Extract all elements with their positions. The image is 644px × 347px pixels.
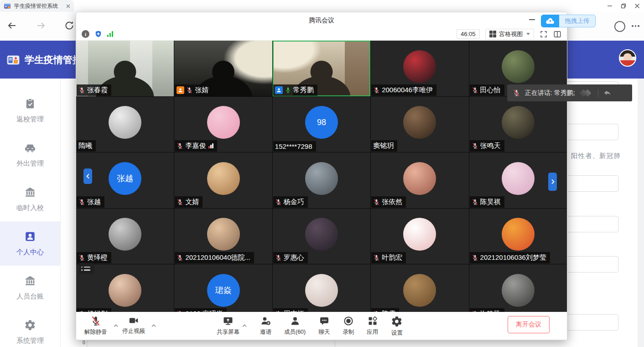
menu-dots-icon[interactable] bbox=[632, 25, 639, 27]
avatar-photo bbox=[502, 162, 535, 195]
participant-name: 叶韵宏 bbox=[382, 253, 402, 262]
app-logo-icon bbox=[6, 53, 20, 66]
toolbar-邀请[interactable]: 邀请 bbox=[260, 315, 271, 336]
favicon bbox=[4, 2, 11, 10]
participant-avatar bbox=[273, 264, 370, 312]
participant-tile[interactable]: 珺焱 0100 高珺焱 bbox=[174, 264, 272, 312]
info-icon[interactable]: i bbox=[82, 30, 89, 38]
mic-muted-icon bbox=[472, 199, 478, 205]
mic-muted-icon bbox=[177, 199, 183, 205]
split-view-icon[interactable] bbox=[553, 30, 561, 38]
next-page-button[interactable] bbox=[548, 173, 557, 191]
toolbar-停止视频[interactable]: 停止视频 bbox=[119, 315, 149, 335]
participant-tile[interactable]: 张春霞 bbox=[76, 41, 174, 96]
participant-tile[interactable]: 陈雯 bbox=[371, 264, 468, 312]
bank-icon bbox=[24, 275, 36, 287]
tab-close-icon[interactable] bbox=[66, 4, 70, 8]
participant-tile[interactable]: 周志江 bbox=[273, 264, 370, 312]
participant-tile[interactable]: 李嘉俊 bbox=[174, 97, 272, 152]
prev-page-button[interactable] bbox=[83, 168, 92, 184]
participant-tile[interactable]: 张鸣天 bbox=[469, 97, 567, 152]
toolbar-解除静音[interactable]: 解除静音 bbox=[81, 315, 111, 336]
sidebar-item-外出管理[interactable]: 外出管理 bbox=[0, 133, 60, 177]
drag-upload-button[interactable]: 拖拽上传 bbox=[541, 15, 596, 27]
avatar-photo bbox=[403, 50, 436, 83]
toolbar-设置[interactable]: 设置 bbox=[391, 315, 403, 337]
toolbar-共享屏幕[interactable]: 共享屏幕 bbox=[217, 315, 239, 336]
participant-tile[interactable]: 张婧 bbox=[174, 41, 272, 96]
view-mode-button[interactable]: 宫格视图 bbox=[485, 29, 535, 40]
participant-tile[interactable]: 202120106036刘梦莹 bbox=[469, 209, 567, 264]
participant-tile[interactable]: 隋曦 bbox=[76, 97, 174, 152]
participant-tile[interactable]: 202120106040德院... bbox=[174, 209, 272, 264]
participant-name: 杨金巧 bbox=[284, 198, 304, 206]
toolbar-label: 应用 bbox=[367, 328, 378, 336]
user-avatar[interactable] bbox=[619, 49, 636, 67]
participant-tile[interactable]: 98152****7298 bbox=[273, 97, 370, 152]
apps-icon bbox=[367, 315, 378, 326]
participant-name: 202120106036刘梦莹 bbox=[480, 253, 546, 262]
reply-arrow-icon[interactable] bbox=[603, 89, 611, 97]
participant-tile[interactable]: 常秀鹏 bbox=[273, 41, 370, 96]
participant-tile[interactable]: 文婧 bbox=[174, 152, 272, 208]
restore-icon[interactable] bbox=[617, 0, 630, 12]
participant-tile[interactable]: 杨金巧 bbox=[273, 152, 370, 208]
profile-icon[interactable] bbox=[614, 21, 625, 32]
shield-icon[interactable] bbox=[94, 30, 102, 38]
mic-muted-icon bbox=[472, 87, 478, 94]
sidebar-item-临时入校[interactable]: 临时入校 bbox=[0, 177, 60, 221]
refresh-icon[interactable] bbox=[64, 20, 75, 31]
participant-name-label: 窦铭玥 bbox=[371, 140, 397, 152]
toolbar-应用[interactable]: 应用 bbox=[367, 315, 378, 336]
avatar-initials: 张越 bbox=[109, 162, 141, 195]
participant-tile[interactable]: 窦铭玥 bbox=[371, 97, 468, 152]
meeting-window: 腾讯会议 i 46:05 宫格视图 张春霞 张婧 常秀鹏 20060046李唯伊… bbox=[76, 12, 567, 340]
participant-name-label: 张依然 bbox=[371, 196, 406, 208]
back-icon[interactable] bbox=[6, 20, 17, 31]
mic-muted-icon bbox=[90, 315, 101, 326]
toolbar-聊天[interactable]: 聊天 bbox=[318, 315, 330, 336]
participant-tile[interactable]: 许静雅 bbox=[469, 264, 567, 312]
toolbar-录制[interactable]: 录制 bbox=[343, 315, 354, 336]
sidebar-item-人员台账[interactable]: 人员台账 bbox=[0, 266, 60, 310]
participant-name-label: 常秀鹏 bbox=[273, 84, 317, 96]
participant-tile[interactable]: 20060046李唯伊 bbox=[371, 41, 468, 96]
forward-icon[interactable] bbox=[36, 20, 47, 31]
person-card-icon bbox=[24, 231, 36, 242]
participant-tile[interactable]: 黄绎橙 bbox=[76, 209, 174, 264]
browser-tab[interactable]: 学生疫情管控系统 bbox=[0, 0, 74, 12]
form-input-partial[interactable] bbox=[87, 340, 335, 347]
participant-tile[interactable]: 张依然 bbox=[371, 152, 468, 208]
close-icon[interactable] bbox=[630, 0, 644, 12]
avatar-photo bbox=[502, 274, 535, 307]
fullscreen-icon[interactable] bbox=[540, 30, 548, 38]
avatar-photo bbox=[502, 218, 535, 251]
participant-tile[interactable]: 叶韵宏 bbox=[371, 209, 468, 264]
minimize-icon[interactable] bbox=[603, 0, 617, 12]
participant-name-label: 152****7298 bbox=[273, 141, 316, 152]
avatar-photo bbox=[109, 218, 141, 251]
participant-tile[interactable]: 罗惠心 bbox=[273, 209, 370, 264]
chevron-up-icon[interactable] bbox=[242, 324, 247, 328]
leave-meeting-button[interactable]: 离开会议 bbox=[508, 316, 550, 333]
signal-icon[interactable] bbox=[107, 31, 113, 37]
participant-name: 202120106040德院... bbox=[185, 253, 250, 262]
sidebar-item-系统管理[interactable]: 系统管理 bbox=[0, 310, 60, 347]
speaking-toast-text: 正在讲话: 常秀鹏; bbox=[525, 89, 575, 97]
page-title: 学生疫情管控系统 bbox=[25, 53, 78, 66]
tab-title: 学生疫情管控系统 bbox=[14, 2, 63, 10]
participant-name-label: 张春霞 bbox=[77, 84, 111, 96]
avatar-photo bbox=[109, 274, 141, 307]
mic-muted-icon bbox=[78, 199, 85, 205]
sidebar-item-返校管理[interactable]: 返校管理 bbox=[0, 89, 60, 133]
sidebar-item-个人中心[interactable]: 个人中心 bbox=[0, 221, 60, 266]
chevron-up-icon[interactable] bbox=[113, 324, 119, 328]
meeting-minimize-icon[interactable] bbox=[529, 19, 535, 20]
sidebar-item-label: 人员台账 bbox=[16, 292, 44, 301]
chevron-up-icon[interactable] bbox=[151, 324, 156, 328]
toolbar-label: 设置 bbox=[391, 329, 403, 337]
member-list-icon[interactable] bbox=[79, 263, 94, 274]
toolbar-成员(60)[interactable]: 成员(60) bbox=[284, 315, 306, 336]
participant-name: 常秀鹏 bbox=[293, 86, 314, 95]
mic-muted-icon bbox=[275, 199, 282, 205]
